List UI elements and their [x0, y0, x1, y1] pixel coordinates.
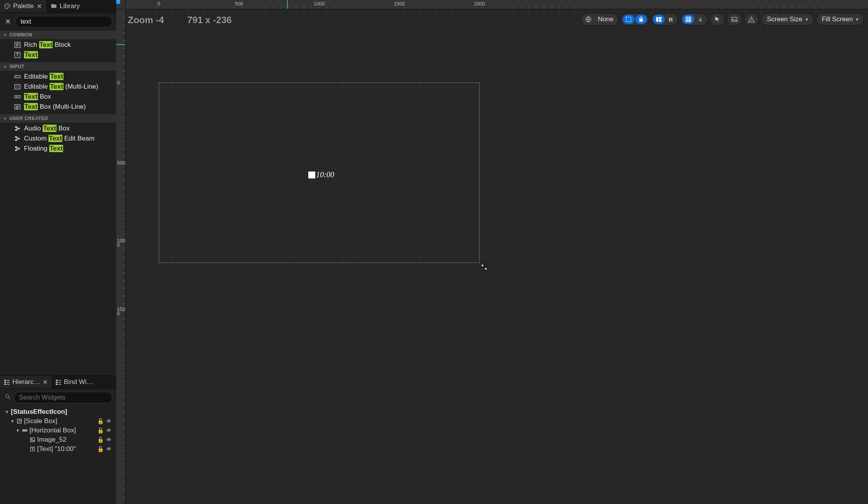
expand-toggle[interactable]: ▼: [15, 428, 20, 433]
ruler-horizontal[interactable]: 0 500 1000 1500 2000: [125, 0, 868, 9]
image-placeholder-icon: [308, 171, 315, 178]
expand-toggle[interactable]: ▼: [10, 419, 15, 423]
grid-snap-value[interactable]: 4: [695, 15, 706, 24]
widget-type-icon: [14, 93, 21, 100]
scalebox-icon: [16, 418, 22, 424]
lock-icon[interactable]: 🔓: [97, 437, 104, 443]
widget-type-icon: [14, 41, 21, 48]
palette-item-label: Rich Text Block: [24, 41, 71, 49]
palette-item[interactable]: Floating Text: [0, 144, 116, 154]
tree-image[interactable]: ▼ Image_52 🔓👁: [5, 435, 113, 444]
expand-toggle[interactable]: ▼: [5, 410, 9, 414]
lock-toggle[interactable]: [635, 15, 647, 24]
chevron-down-icon: ▾: [806, 17, 808, 22]
category-header[interactable]: ▼USER CREATED: [0, 114, 116, 123]
widget-type-icon: [14, 51, 21, 58]
palette-item[interactable]: Text: [0, 50, 116, 60]
ruler-tick: 0: [117, 81, 125, 85]
lock-icon[interactable]: 🔓: [97, 427, 104, 434]
search-icon: [5, 394, 11, 401]
close-icon[interactable]: ✕: [43, 379, 48, 386]
viewport[interactable]: 0 500 1000 1500 2000 0 500 1000 1500 10:…: [116, 0, 868, 504]
eye-icon[interactable]: 👁: [106, 427, 112, 434]
globe-icon: [583, 15, 594, 24]
svg-rect-20: [4, 384, 6, 385]
image-preview-icon: [729, 15, 740, 24]
clear-search-button[interactable]: ✕: [3, 17, 12, 26]
svg-line-31: [9, 398, 10, 399]
category-header[interactable]: ▼COMMON: [0, 31, 116, 39]
widget-type-icon: [14, 73, 21, 80]
outline-lock-group: [621, 13, 649, 26]
lock-icon[interactable]: 🔓: [97, 418, 104, 424]
layout-mode-toggle[interactable]: [653, 15, 665, 24]
tree-root[interactable]: ▼ [StatusEffectIcon]: [5, 407, 113, 417]
tab-hierarchy[interactable]: Hierarc… ✕: [0, 376, 52, 388]
warning-button[interactable]: [744, 13, 759, 26]
tab-bind-widgets[interactable]: Bind Wi…: [52, 376, 97, 388]
palette-item[interactable]: Editable Text: [0, 72, 116, 82]
palette-item[interactable]: Audio Text Box: [0, 123, 116, 134]
palette-item-label: Text: [24, 51, 38, 59]
layout-mode-group: R: [651, 13, 678, 26]
canvas-widget-preview[interactable]: 10:00: [308, 170, 334, 179]
image-preview-button[interactable]: [727, 13, 742, 26]
tab-library[interactable]: Library: [46, 0, 84, 12]
ruler-tick: 500: [117, 161, 125, 165]
lock-icon[interactable]: 🔓: [97, 446, 104, 452]
svg-rect-5: [15, 75, 20, 78]
ruler-vertical[interactable]: 0 500 1000 1500: [116, 9, 125, 504]
eye-icon[interactable]: 👁: [106, 437, 112, 443]
svg-rect-27: [58, 380, 61, 381]
ruler-tick: 1500: [117, 307, 125, 315]
palette-item[interactable]: Text Box (Multi-Line): [0, 102, 116, 112]
close-icon[interactable]: ✕: [36, 3, 43, 10]
tree-scalebox[interactable]: ▼ [Scale Box] 🔓👁: [5, 417, 113, 426]
tab-palette[interactable]: Palette ✕: [0, 0, 46, 12]
fill-screen-label: Fill Screen: [822, 15, 853, 23]
ruler-tick: 0: [157, 1, 160, 7]
svg-rect-19: [4, 382, 6, 383]
palette-item[interactable]: Editable Text (Multi-Line): [0, 82, 116, 92]
svg-rect-14: [18, 138, 20, 139]
palette-item-label: Text Box (Multi-Line): [24, 103, 86, 111]
palette-item[interactable]: Rich Text Block: [0, 40, 116, 50]
svg-rect-24: [56, 380, 58, 381]
palette-item-label: Floating Text: [24, 145, 63, 153]
category-header[interactable]: ▼INPUT: [0, 62, 116, 71]
palette-item[interactable]: Custom Text Edit Beam: [0, 134, 116, 144]
eye-icon[interactable]: 👁: [106, 418, 112, 424]
text-icon: [29, 446, 36, 452]
canvas-grid[interactable]: 10:00: [125, 9, 868, 504]
tree-horizontalbox[interactable]: ▼ [Horizontal Box] 🔓👁: [5, 426, 113, 435]
ruler-tick: 2000: [474, 1, 485, 7]
hierarchy-search-input[interactable]: [14, 392, 112, 403]
eye-icon[interactable]: 👁: [106, 446, 112, 452]
chevron-down-icon: ▼: [3, 33, 7, 37]
hierarchy-panel: Hierarc… ✕ Bind Wi… ▼ [StatusEffectIcon]: [0, 375, 116, 504]
svg-point-30: [6, 395, 9, 398]
palette-search-input[interactable]: [15, 16, 112, 27]
svg-rect-43: [659, 20, 662, 22]
resize-cursor-icon: [480, 263, 490, 273]
tree-text[interactable]: ▼ [Text] "10:00" 🔓👁: [5, 444, 113, 454]
palette-item[interactable]: Text Box: [0, 92, 116, 102]
localization-value: None: [595, 15, 617, 23]
respect-locks-toggle[interactable]: R: [665, 15, 676, 24]
svg-rect-33: [22, 429, 24, 431]
tab-bind-label: Bind Wi…: [64, 378, 93, 386]
svg-rect-11: [18, 128, 20, 129]
dashed-outline-toggle[interactable]: [623, 15, 634, 24]
screen-size-dropdown[interactable]: Screen Size ▾: [761, 13, 814, 26]
widget-type-icon: [14, 83, 21, 90]
svg-rect-25: [56, 382, 58, 383]
localization-selector[interactable]: None: [581, 13, 619, 26]
grid-snap-toggle[interactable]: [682, 15, 694, 24]
cursor-mode-button[interactable]: [710, 13, 725, 26]
svg-point-0: [6, 5, 7, 6]
widget-tree: ▼ [StatusEffectIcon] ▼ [Scale Box] 🔓👁 ▼ …: [0, 406, 116, 458]
fill-screen-dropdown[interactable]: Fill Screen ▾: [816, 13, 864, 26]
svg-rect-22: [7, 382, 10, 383]
svg-rect-6: [15, 84, 20, 89]
screen-size-label: Screen Size: [767, 15, 803, 23]
